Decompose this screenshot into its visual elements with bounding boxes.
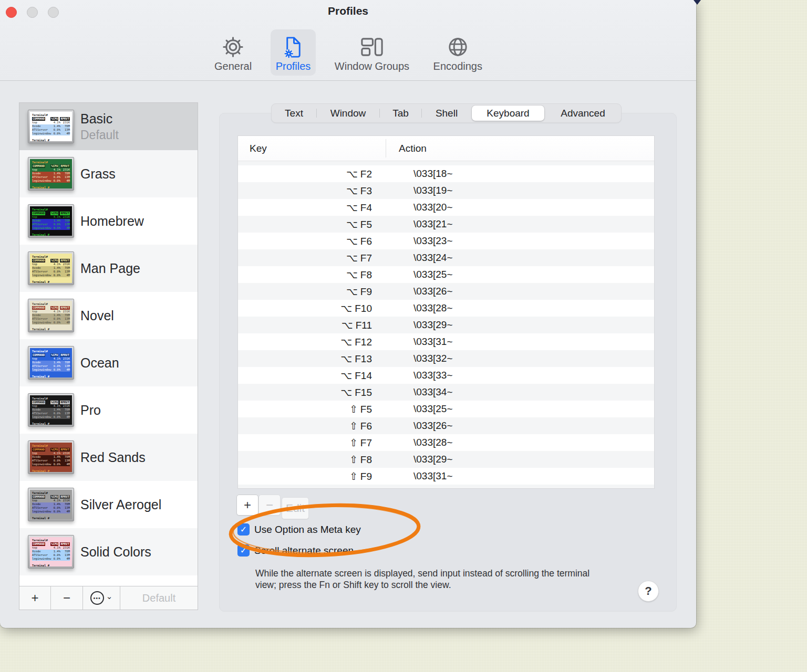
key-name: F11	[356, 320, 372, 331]
profile-thumbnail: Terminal#COMMAND%CPURPRVTtop4.1%231KXcod…	[28, 393, 74, 427]
keybinding-row-⌥F8[interactable]: ⌥F8\033[25~	[238, 266, 654, 283]
modifier-symbol: ⌥	[346, 218, 358, 230]
key-name: F6	[360, 236, 372, 247]
modifier-symbol: ⌥	[340, 302, 352, 314]
use-option-as-meta-checkbox[interactable]: ✓	[237, 523, 250, 536]
profile-row-grass[interactable]: Terminal#COMMAND%CPURPRVTtop4.1%231KXcod…	[19, 150, 198, 197]
scroll-alternate-screen-row: ✓ Scroll alternate screen	[237, 544, 354, 556]
scroll-alternate-screen-label: Scroll alternate screen	[254, 545, 354, 556]
keybinding-row-⇧F9[interactable]: ⇧F9\033[31~	[238, 468, 654, 485]
profile-thumbnail: Terminal#COMMAND%CPURPRVTtop4.1%231KXcod…	[28, 299, 74, 332]
key-name: F10	[355, 303, 372, 314]
key-name: F14	[355, 370, 372, 381]
key-name: F8	[360, 454, 372, 465]
action-cell: \033[25~	[386, 403, 453, 415]
tab-window[interactable]: Window	[317, 104, 379, 122]
keybinding-row-⌥F6[interactable]: ⌥F6\033[23~	[238, 233, 654, 249]
key-cell: ⇧F8	[238, 454, 386, 466]
keybinding-row-⌥F14[interactable]: ⌥F14\033[33~	[238, 367, 654, 384]
profile-thumbnail: Terminal#COMMAND%CPURPRVTtop4.1%231KXcod…	[28, 110, 74, 143]
profile-row-basic[interactable]: Terminal#COMMAND%CPURPRVTtop4.1%231KXcod…	[19, 103, 198, 150]
keybinding-row-⌥F9[interactable]: ⌥F9\033[26~	[238, 283, 654, 300]
desktop: { "window": { "title": "Profiles" }, "to…	[0, 0, 807, 672]
tab-advanced[interactable]: Advanced	[545, 104, 621, 122]
action-cell: \033[28~	[386, 302, 453, 314]
modifier-symbol: ⌥	[346, 168, 358, 180]
profile-actions-button[interactable]: ••• ⌄	[83, 586, 120, 610]
remove-keybinding-button[interactable]: −	[258, 495, 281, 516]
profile-subtitle: Default	[80, 128, 119, 142]
key-cell: ⌥F13	[238, 353, 386, 365]
profile-thumbnail: Terminal#COMMAND%CPURPRVTtop4.1%231KXcod…	[28, 440, 74, 474]
keybinding-row-⌥F4[interactable]: ⌥F4\033[20~	[238, 199, 654, 216]
profile-row-man-page[interactable]: Terminal#COMMAND%CPURPRVTtop4.1%231KXcod…	[19, 245, 198, 292]
key-name: F9	[360, 286, 372, 297]
profile-name: Basic	[80, 111, 119, 127]
document-gear-icon	[281, 32, 305, 59]
action-cell: \033[33~	[386, 370, 453, 381]
key-cell: ⇧F6	[238, 420, 386, 432]
window-groups-icon	[359, 32, 384, 59]
toolbar-item-window-groups[interactable]: Window Groups	[329, 29, 415, 76]
tab-tab[interactable]: Tab	[380, 104, 421, 122]
add-keybinding-button[interactable]: +	[236, 495, 258, 516]
toolbar-item-label: Profiles	[276, 60, 311, 72]
modifier-symbol: ⌥	[340, 336, 352, 348]
settings-tab-bar: TextWindowTabShellKeyboardAdvanced	[271, 103, 622, 123]
tab-text[interactable]: Text	[272, 104, 316, 122]
toolbar-item-profiles[interactable]: Profiles	[271, 29, 316, 76]
keybinding-row-⌥F11[interactable]: ⌥F11\033[29~	[238, 317, 654, 333]
modifier-symbol: ⇧	[349, 403, 358, 415]
partially-scrolled-row	[238, 485, 654, 488]
profile-row-silver-aerogel[interactable]: Terminal#COMMAND%CPURPRVTtop4.1%231KXcod…	[19, 481, 198, 528]
keybinding-row-⇧F7[interactable]: ⇧F7\033[28~	[238, 434, 654, 451]
key-name: F5	[360, 404, 372, 415]
profile-row-red-sands[interactable]: Terminal#COMMAND%CPURPRVTtop4.1%231KXcod…	[19, 434, 198, 481]
scroll-alternate-screen-checkbox[interactable]: ✓	[237, 544, 250, 556]
profile-row-solid-colors[interactable]: Terminal#COMMAND%CPURPRVTtop4.1%231KXcod…	[19, 528, 198, 575]
edit-keybinding-button[interactable]: Edit	[282, 497, 309, 519]
tab-shell[interactable]: Shell	[422, 104, 471, 122]
action-cell: \033[29~	[386, 454, 453, 465]
keybinding-row-⌥F2[interactable]: ⌥F2\033[18~	[238, 165, 654, 182]
keybinding-row-⇧F6[interactable]: ⇧F6\033[26~	[238, 417, 654, 434]
toolbar-item-general[interactable]: General	[209, 29, 257, 76]
key-name: F4	[360, 202, 372, 213]
default-profile-button[interactable]: Default	[120, 586, 198, 610]
keybinding-row-⌥F3[interactable]: ⌥F3\033[19~	[238, 182, 654, 199]
keybinding-row-⌥F10[interactable]: ⌥F10\033[28~	[238, 300, 654, 317]
keybinding-row-⇧F5[interactable]: ⇧F5\033[25~	[238, 401, 654, 417]
profile-thumbnail: Terminal#COMMAND%CPURPRVTtop4.1%231KXcod…	[28, 488, 74, 521]
profile-list: Terminal#COMMAND%CPURPRVTtop4.1%231KXcod…	[19, 103, 198, 587]
profile-row-novel[interactable]: Terminal#COMMAND%CPURPRVTtop4.1%231KXcod…	[19, 292, 198, 339]
help-button[interactable]: ?	[638, 581, 659, 602]
key-cell: ⌥F2	[238, 168, 386, 180]
key-cell: ⌥F9	[238, 286, 386, 298]
profile-name: Homebrew	[80, 214, 144, 229]
keybinding-row-⇧F8[interactable]: ⇧F8\033[29~	[238, 451, 654, 468]
use-option-as-meta-row: ✓ Use Option as Meta key	[237, 523, 361, 536]
add-profile-button[interactable]: +	[19, 586, 51, 610]
profile-row-ocean[interactable]: Terminal#COMMAND%CPURPRVTtop4.1%231KXcod…	[19, 339, 198, 386]
tab-keyboard[interactable]: Keyboard	[472, 106, 544, 121]
profile-row-homebrew[interactable]: Terminal#COMMAND%CPURPRVTtop4.1%231KXcod…	[19, 197, 198, 245]
keybinding-row-⌥F13[interactable]: ⌥F13\033[32~	[238, 350, 654, 367]
profile-thumbnail: Terminal#COMMAND%CPURPRVTtop4.1%231KXcod…	[28, 251, 74, 285]
modifier-symbol: ⌥	[346, 252, 358, 264]
profile-row-pro[interactable]: Terminal#COMMAND%CPURPRVTtop4.1%231KXcod…	[19, 386, 198, 434]
window-title: Profiles	[0, 5, 696, 17]
action-cell: \033[32~	[386, 353, 453, 364]
key-cell: ⌥F4	[238, 202, 386, 214]
key-cell: ⌥F12	[238, 336, 386, 348]
key-cell: ⌥F14	[238, 370, 386, 382]
keybinding-row-⌥F7[interactable]: ⌥F7\033[24~	[238, 249, 654, 266]
key-cell: ⇧F9	[238, 470, 386, 482]
remove-profile-button[interactable]: −	[51, 586, 83, 610]
keybinding-row-⌥F15[interactable]: ⌥F15\033[34~	[238, 384, 654, 401]
action-cell: \033[24~	[386, 252, 453, 264]
profile-name: Grass	[80, 166, 116, 182]
keybinding-row-⌥F5[interactable]: ⌥F5\033[21~	[238, 216, 654, 233]
modifier-symbol: ⌥	[346, 185, 358, 196]
keybinding-row-⌥F12[interactable]: ⌥F12\033[31~	[238, 333, 654, 350]
toolbar-item-encodings[interactable]: Encodings	[428, 29, 488, 76]
